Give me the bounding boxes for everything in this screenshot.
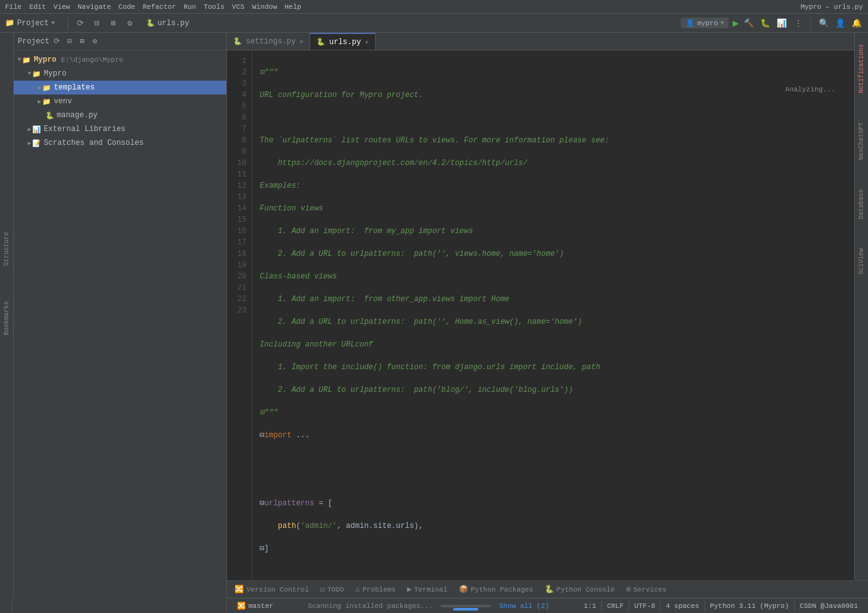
bottom-tab-problems[interactable]: ⚠ Problems — [350, 581, 401, 598]
profile-label: mypro — [697, 20, 718, 27]
todo-label: TODO — [327, 586, 344, 593]
nexchatgpt-panel-tab[interactable]: NexChatGPT — [858, 120, 865, 163]
menu-code[interactable]: Code — [119, 3, 135, 11]
tab-bar: 🐍 settings.py ✕ 🐍 urls.py ✕ — [227, 33, 854, 50]
python-packages-icon: 📦 — [459, 585, 468, 594]
right-panel-tabs: Notifications NexChatGPT Database SciVie… — [854, 33, 868, 580]
services-icon: ⚙ — [626, 585, 630, 594]
notifications-panel-tab[interactable]: Notifications — [858, 42, 865, 96]
code-line-21: path('admin/', admin.site.urls), — [260, 520, 854, 532]
coverage-icon[interactable]: 📊 — [775, 17, 788, 30]
menu-tools[interactable]: Tools — [204, 3, 224, 11]
tab-settings-close[interactable]: ✕ — [299, 38, 303, 45]
templates-folder-icon: 📁 — [42, 84, 51, 92]
tree-item-extlibs[interactable]: ▶ 📊 External Libraries — [13, 122, 226, 136]
line-numbers: 12345 678910 1112131415 1617181920 21222… — [227, 50, 252, 580]
status-python-version[interactable]: Python 3.11 (Mypro) — [705, 602, 794, 610]
build-icon[interactable]: 🔨 — [743, 17, 755, 30]
bottom-toolbar: 🔀 Version Control ☑ TODO ⚠ Problems ▶ Te… — [227, 580, 868, 598]
run-button[interactable]: ▶ — [732, 17, 739, 30]
bottom-tab-python-packages[interactable]: 📦 Python Packages — [454, 581, 538, 598]
main-toolbar: 📁 Project ▼ ⟳ ⊟ ⊞ ⚙ 🐍 urls.py 👤 mypro ▼ … — [0, 14, 868, 33]
tree-item-mypro[interactable]: ▼ 📁 Mypro — [13, 67, 226, 81]
code-line-14: 1. Import the include() function: from d… — [260, 362, 854, 373]
status-version-control[interactable]: 🔀 master — [232, 599, 279, 613]
code-line-3 — [260, 112, 854, 123]
problems-label: Problems — [362, 586, 396, 593]
expand-all-icon[interactable]: ⊞ — [107, 17, 120, 30]
user-icon[interactable]: 👤 — [834, 17, 847, 30]
extlibs-icon: 📊 — [32, 125, 41, 134]
code-editor[interactable]: 12345 678910 1112131415 1617181920 21222… — [227, 50, 854, 580]
analyzing-label: Analyzing... — [785, 86, 835, 93]
sidebar-collapse[interactable]: ⊟ — [64, 37, 74, 47]
structure-panel-tab[interactable]: Structure — [1, 228, 12, 270]
status-indent[interactable]: 4 spaces — [661, 602, 704, 610]
sidebar-sync[interactable]: ⟳ — [52, 37, 62, 47]
profile-selector[interactable]: 👤 mypro ▼ — [681, 18, 729, 28]
sidebar-settings[interactable]: ⚙ — [90, 37, 100, 47]
sync-icon[interactable]: ⟳ — [74, 17, 87, 30]
tree-item-managepy[interactable]: 🐍 manage.py — [13, 108, 226, 122]
right-info-label: CSDN @Java0001 — [800, 602, 858, 610]
project-icon: 📁 — [5, 18, 14, 28]
show-all-link[interactable]: Show all (2) — [499, 602, 549, 610]
settings-icon[interactable]: ⚙ — [124, 17, 136, 30]
debug-icon[interactable]: 🐛 — [759, 17, 772, 30]
services-label: Services — [633, 586, 666, 593]
menu-refactor[interactable]: Refactor — [142, 3, 176, 11]
more-icon[interactable]: ⋮ — [792, 17, 804, 30]
menu-vcs[interactable]: VCS — [232, 3, 245, 11]
code-line-4: The `urlpatterns` list routes URLs to vi… — [260, 135, 854, 146]
scanning-text: Scanning installed packages... — [308, 602, 433, 610]
sidebar-header-icons: ⟳ ⊟ ⊞ ⚙ — [52, 37, 100, 47]
code-line-15: 2. Add a URL to urlpatterns: path('blog/… — [260, 384, 854, 396]
tree-venv-label: venv — [54, 97, 72, 106]
project-selector[interactable]: 📁 Project ▼ — [5, 18, 55, 28]
python-version-label: Python 3.11 (Mypro) — [710, 602, 789, 610]
notification-icon[interactable]: 🔔 — [850, 17, 863, 30]
bottom-tab-services[interactable]: ⚙ Services — [621, 581, 671, 598]
tab-urls[interactable]: 🐍 urls.py ✕ — [310, 33, 375, 50]
menu-run[interactable]: Run — [183, 3, 196, 11]
menu-edit[interactable]: Edit — [29, 3, 45, 11]
code-line-2: URL configuration for Mypro project. — [260, 89, 854, 101]
bottom-tab-todo[interactable]: ☑ TODO — [315, 581, 349, 598]
tree-managepy-label: manage.py — [57, 111, 98, 120]
code-content[interactable]: ⊟""" URL configuration for Mypro project… — [252, 50, 854, 580]
sciview-panel-tab[interactable]: SciView — [858, 246, 865, 277]
search-icon[interactable]: 🔍 — [818, 17, 830, 30]
settings-file-icon: 🐍 — [233, 37, 242, 45]
menu-window[interactable]: Window — [252, 3, 277, 11]
tree-item-templates[interactable]: ▶ 📁 templates — [13, 81, 226, 95]
sidebar-header: Project ⟳ ⊟ ⊞ ⚙ — [13, 33, 226, 50]
tree-item-venv[interactable]: ▶ 📁 venv — [13, 95, 226, 108]
tree-item-scratches[interactable]: ▶ 📝 Scratches and Consoles — [13, 136, 226, 150]
tab-settings[interactable]: 🐍 settings.py ✕ — [227, 33, 310, 50]
editor-area: 🐍 settings.py ✕ 🐍 urls.py ✕ 12345 678910 — [227, 33, 854, 580]
database-panel-tab[interactable]: Database — [858, 186, 865, 222]
menu-view[interactable]: View — [54, 3, 70, 11]
status-encoding[interactable]: UTF-8 — [629, 602, 660, 610]
tab-settings-label: settings.py — [246, 37, 296, 46]
menu-help[interactable]: Help — [285, 3, 301, 11]
managepy-icon: 🐍 — [45, 112, 54, 120]
bottom-tab-terminal[interactable]: ▶ Terminal — [402, 581, 453, 598]
code-line-20: ⊟urlpatterns = [ — [260, 498, 854, 509]
status-crlf[interactable]: CRLF — [602, 602, 628, 610]
collapse-all-icon[interactable]: ⊟ — [91, 17, 103, 30]
menu-navigate[interactable]: Navigate — [78, 3, 111, 11]
menu-file[interactable]: File — [5, 3, 21, 11]
file-icon: 🐍 — [146, 19, 155, 27]
status-position[interactable]: 1:1 — [579, 602, 601, 610]
tab-urls-label: urls.py — [329, 38, 361, 47]
bottom-tab-version-control[interactable]: 🔀 Version Control — [229, 581, 314, 598]
code-line-13: Including another URLconf — [260, 339, 854, 350]
sidebar-expand[interactable]: ⊞ — [77, 37, 87, 47]
terminal-icon: ▶ — [407, 585, 412, 594]
bookmarks-panel-tab[interactable]: Bookmarks — [1, 297, 12, 339]
urls-file-icon: 🐍 — [316, 38, 325, 46]
tab-urls-close[interactable]: ✕ — [365, 38, 369, 46]
tree-item-project[interactable]: ▼ 📁 Mypro E:\django\Mypro — [13, 53, 226, 67]
bottom-tab-python-console[interactable]: 🐍 Python Console — [540, 581, 620, 598]
